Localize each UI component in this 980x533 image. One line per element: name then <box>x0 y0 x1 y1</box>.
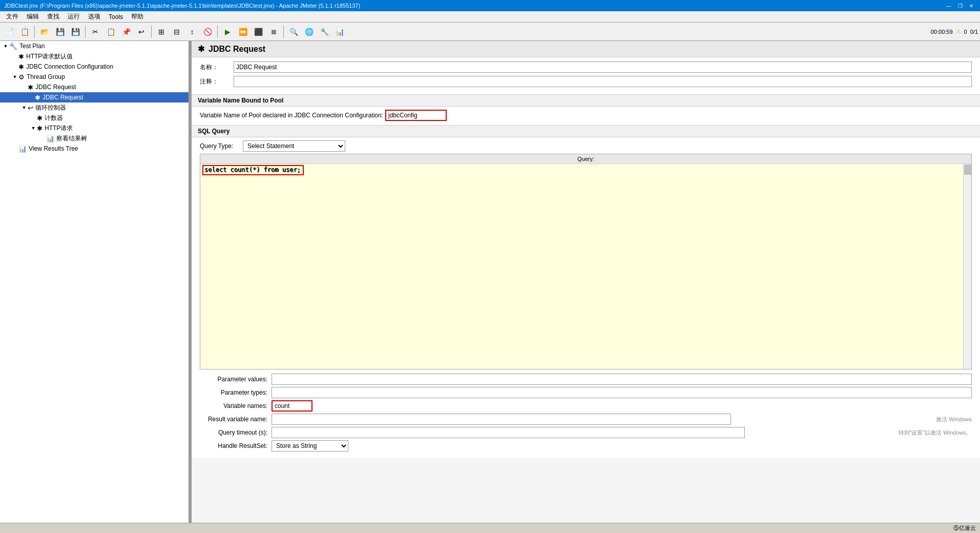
http-defaults-label: HTTP请求默认值 <box>26 52 73 61</box>
jdbc-req-1-icon: ✱ <box>28 84 33 91</box>
menu-edit[interactable]: 编辑 <box>23 11 43 22</box>
name-input[interactable] <box>234 61 972 73</box>
tree-node-http-request[interactable]: ▼ ✱ HTTP请求 <box>0 123 189 133</box>
toolbar-expand[interactable]: ⊞ <box>154 25 169 39</box>
maximize-button[interactable]: ❐ <box>955 2 965 10</box>
close-button[interactable]: ✕ <box>967 2 976 10</box>
main-layout: ▼ 🔧 Test Plan ✱ HTTP请求默认值 ✱ JDBC Connect… <box>0 41 980 533</box>
toolbar-sep-1 <box>34 26 35 38</box>
jdbc-connection-label: JDBC Connection Configuration <box>26 63 113 70</box>
result-var-label: Result variable name: <box>200 416 272 423</box>
timer-display: 00:00:59 <box>931 29 953 35</box>
toolbar-start-no-pause[interactable]: ⏩ <box>236 25 250 39</box>
tree-node-jdbc-request-2[interactable]: ✱ JDBC Request <box>0 92 189 102</box>
toolbar-func[interactable]: 📊 <box>332 25 347 39</box>
toolbar-stop[interactable]: ⬛ <box>251 25 265 39</box>
param-types-input[interactable] <box>272 387 972 398</box>
panel-title-icon: ✱ <box>198 44 204 54</box>
param-values-input[interactable] <box>272 374 972 385</box>
toolbar-save-as[interactable]: 💾 <box>68 25 82 39</box>
status-bar: ⑤亿速云 <box>0 523 980 533</box>
param-values-row: Parameter values: <box>200 374 972 385</box>
tree-node-result-tree[interactable]: 📊 察看结果树 <box>0 133 189 144</box>
scrollbar-thumb[interactable] <box>964 165 971 175</box>
pool-section-header: Variable Name Bound to Pool <box>192 94 980 107</box>
menu-file[interactable]: 文件 <box>2 11 23 22</box>
query-type-row: Query Type: Select Statement Update Stat… <box>200 140 972 152</box>
pool-section: Variable Name of Pool declared in JDBC C… <box>192 110 980 125</box>
toolbar-clear[interactable]: 🚫 <box>200 25 215 39</box>
tree-node-loop-ctrl[interactable]: ▼ ↩ 循环控制器 <box>0 102 189 113</box>
toolbar-save[interactable]: 💾 <box>53 25 67 39</box>
toolbar-collapse[interactable]: ⊟ <box>170 25 184 39</box>
query-type-select[interactable]: Select Statement Update Statement Callab… <box>243 140 345 152</box>
panel-title-bar: ✱ JDBC Request <box>192 41 980 57</box>
name-label: 名称： <box>200 63 231 72</box>
tree-node-test-plan[interactable]: ▼ 🔧 Test Plan <box>0 41 189 51</box>
toolbar-new[interactable]: 📄 <box>2 25 16 39</box>
query-type-label: Query Type: <box>200 142 241 150</box>
sql-section-header: SQL Query <box>192 125 980 137</box>
toolbar-remote[interactable]: 🌐 <box>302 25 316 39</box>
view-results-icon: 📊 <box>18 145 27 153</box>
menu-run[interactable]: 运行 <box>64 11 84 22</box>
tree-node-http-defaults[interactable]: ✱ HTTP请求默认值 <box>0 51 189 61</box>
http-request-icon: ✱ <box>37 125 43 132</box>
toolbar-undo[interactable]: ↩ <box>134 25 149 39</box>
test-plan-label: Test Plan <box>19 43 45 50</box>
name-comment-section: 名称： 注释： <box>192 57 980 94</box>
expand-test-plan[interactable]: ▼ <box>2 44 9 49</box>
jdbc-req-2-label: JDBC Request <box>43 94 83 101</box>
tree-node-jdbc-request-1[interactable]: ✱ JDBC Request <box>0 82 189 92</box>
toolbar-search[interactable]: 🔍 <box>286 25 301 39</box>
test-plan-icon: 🔧 <box>9 43 17 50</box>
toolbar-copy[interactable]: 📋 <box>103 25 118 39</box>
toolbar-cut[interactable]: ✂ <box>88 25 102 39</box>
menu-options[interactable]: 选项 <box>84 11 105 22</box>
param-types-row: Parameter types: <box>200 387 972 398</box>
menu-search[interactable]: 查找 <box>43 11 64 22</box>
toolbar-toggle[interactable]: ↕ <box>185 25 199 39</box>
toolbar-shutdown[interactable]: ⏹ <box>266 25 281 39</box>
param-values-label: Parameter values: <box>200 376 272 383</box>
query-textarea[interactable]: select count(*) from user; <box>200 164 963 369</box>
watermark-text-2: 转到"设置"以激活 Windows。 <box>899 429 972 437</box>
handle-resultset-select[interactable]: Store as String Store as Object Count Re… <box>272 440 348 452</box>
counter-label: 计数器 <box>45 114 63 122</box>
jdbc-panel: ✱ JDBC Request 名称： 注释： Variable Name Bou… <box>192 41 980 458</box>
window-controls: — ❐ ✕ <box>944 2 976 10</box>
tree-node-jdbc-connection[interactable]: ✱ JDBC Connection Configuration <box>0 61 189 72</box>
var-names-input[interactable] <box>272 400 312 412</box>
tree-node-thread-group[interactable]: ▼ ⚙ Thread Group <box>0 72 189 82</box>
expand-thread-group[interactable]: ▼ <box>11 74 18 79</box>
tree-node-view-results[interactable]: 📊 View Results Tree <box>0 144 189 154</box>
loop-ctrl-icon: ↩ <box>28 104 33 112</box>
toolbar-open[interactable]: 📂 <box>37 25 52 39</box>
comment-input[interactable] <box>234 76 972 87</box>
query-scrollbar-v[interactable] <box>963 164 971 369</box>
window-title: JDBCtest.jmx (F:\Program Files (x86)\apa… <box>4 3 360 9</box>
params-section: Parameter values: Parameter types: Varia… <box>192 374 980 458</box>
query-editor-container: Query: select count(*) from user; select… <box>200 154 972 370</box>
minimize-button[interactable]: — <box>944 2 953 10</box>
menu-help[interactable]: 帮助 <box>127 11 148 22</box>
result-var-input[interactable] <box>272 414 731 425</box>
http-request-label: HTTP请求 <box>45 124 73 133</box>
expand-loop-ctrl[interactable]: ▼ <box>20 105 28 110</box>
toolbar-start[interactable]: ▶ <box>220 25 235 39</box>
expand-http-request[interactable]: ▼ <box>30 126 37 131</box>
http-defaults-icon: ✱ <box>18 53 24 60</box>
pool-input[interactable] <box>385 110 447 121</box>
toolbar-paste[interactable]: 📌 <box>119 25 133 39</box>
tree-node-counter[interactable]: ✱ 计数器 <box>0 113 189 123</box>
toolbar-sep-5 <box>283 26 284 38</box>
toolbar-jar[interactable]: 🔧 <box>317 25 331 39</box>
query-timeout-input[interactable] <box>272 427 745 438</box>
comment-row: 注释： <box>200 76 972 87</box>
query-timeout-row: Query timeout (s): 转到"设置"以激活 Windows。 <box>200 427 972 438</box>
toolbar-template[interactable]: 📋 <box>17 25 32 39</box>
panel-title: JDBC Request <box>208 45 265 54</box>
var-names-row: Variable names: <box>200 400 972 412</box>
result-var-row: Result variable name: 激活 Windows <box>200 414 972 425</box>
menu-tools[interactable]: Tools <box>105 12 127 22</box>
